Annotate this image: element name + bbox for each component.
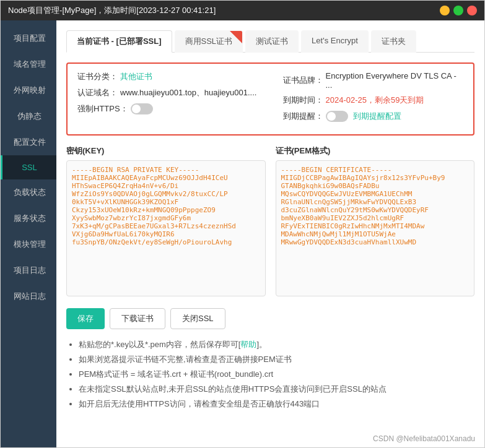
cert-brand-label: 证书品牌： bbox=[283, 75, 323, 86]
sidebar: 项目配置 域名管理 外网映射 伪静态 配置文件 SSL 负载状态 服务状态 模块… bbox=[1, 20, 56, 447]
save-button[interactable]: 保存 bbox=[66, 308, 105, 329]
ribbon-badge bbox=[230, 31, 242, 43]
note-item-5: 如开启后无法使用HTTPS访问，请检查安全组是否正确放行443端口 bbox=[79, 398, 474, 410]
cert-domain-label: 认证域名： bbox=[77, 87, 118, 98]
cert-category-value[interactable]: 其他证书 bbox=[120, 71, 152, 82]
cert-info-left: 证书分类： 其他证书 认证域名： www.huajieyu001.top、hua… bbox=[77, 71, 258, 127]
key-textarea[interactable]: -----BEGIN RSA PRIVATE KEY----- MIIEpAIB… bbox=[66, 160, 266, 296]
note-2-text: 如果浏览器提示证书链不完整,请检查是否正确拼接PEM证书 bbox=[79, 355, 292, 364]
tabs-bar: 当前证书 - [已部署SSL] 商用SSL证书 测试证书 Let's Encry… bbox=[66, 30, 474, 53]
sidebar-item-domain-mgmt[interactable]: 域名管理 bbox=[1, 51, 56, 77]
key-area: 密钥(KEY) -----BEGIN RSA PRIVATE KEY----- … bbox=[66, 145, 266, 298]
main-content: 当前证书 - [已部署SSL] 商用SSL证书 测试证书 Let's Encry… bbox=[56, 20, 484, 447]
action-buttons: 保存 下载证书 关闭SSL bbox=[66, 308, 474, 329]
title-bar: Node项目管理-[MyPage]，添加时间[2023-12-27 00:41:… bbox=[1, 1, 484, 20]
sidebar-item-service-status[interactable]: 服务状态 bbox=[1, 205, 56, 231]
tab-lets-encrypt[interactable]: Let's Encrypt bbox=[301, 30, 369, 53]
cert-category-row: 证书分类： 其他证书 bbox=[77, 71, 258, 82]
key-pem-section: 密钥(KEY) -----BEGIN RSA PRIVATE KEY----- … bbox=[66, 145, 474, 298]
sidebar-item-mock-static[interactable]: 伪静态 bbox=[1, 103, 56, 129]
cert-info-box: 证书分类： 其他证书 认证域名： www.huajieyu001.top、hua… bbox=[66, 62, 474, 136]
cert-https-row: 强制HTTPS： bbox=[77, 103, 258, 114]
tab-current-cert[interactable]: 当前证书 - [已部署SSL] bbox=[66, 30, 172, 53]
content-area: 项目配置 域名管理 外网映射 伪静态 配置文件 SSL 负载状态 服务状态 模块… bbox=[1, 20, 484, 447]
tab-test-cert[interactable]: 测试证书 bbox=[245, 30, 299, 53]
note-3-text: PEM格式证书 = 域名证书.crt + 根证书(root_bundle).cr… bbox=[79, 369, 273, 379]
sidebar-item-external-map[interactable]: 外网映射 bbox=[1, 77, 56, 103]
note-5-text: 如开启后无法使用HTTPS访问，请检查安全组是否正确放行443端口 bbox=[79, 399, 320, 408]
cert-remind-row: 到期提醒： 到期提醒配置 bbox=[283, 111, 464, 122]
help-link[interactable]: 帮助 bbox=[240, 340, 256, 349]
maximize-button[interactable]: □ bbox=[453, 6, 463, 15]
tab-commercial-ssl-label: 商用SSL证书 bbox=[185, 37, 233, 46]
pem-section-title: 证书(PEM格式) bbox=[276, 145, 475, 157]
note-item-2: 如果浏览器提示证书链不完整,请检查是否正确拼接PEM证书 bbox=[79, 354, 474, 365]
sidebar-item-load-status[interactable]: 负载状态 bbox=[1, 179, 56, 205]
https-toggle[interactable] bbox=[131, 103, 153, 114]
pem-area: 证书(PEM格式) -----BEGIN CERTIFICATE----- MI… bbox=[276, 145, 475, 298]
cert-https-label: 强制HTTPS： bbox=[77, 103, 128, 114]
cert-brand-value: Encryption Everywhere DV TLS CA - ... bbox=[326, 71, 464, 90]
cert-domain-value: www.huajieyu001.top、huajieyu001.... bbox=[120, 87, 256, 98]
pem-textarea[interactable]: -----BEGIN CERTIFICATE----- MIIGDjCCBPag… bbox=[276, 160, 475, 296]
note-1-text: 粘贴您的*.key以及*.pem内容，然后保存即可[帮助]。 bbox=[79, 340, 267, 349]
cert-remind-label: 到期提醒： bbox=[283, 111, 323, 122]
cert-expire-value: 2024-02-25，剩余59天到期 bbox=[326, 95, 424, 106]
notes-list: 粘贴您的*.key以及*.pem内容，然后保存即可[帮助]。 如果浏览器提示证书… bbox=[66, 339, 474, 410]
minimize-button[interactable]: − bbox=[440, 6, 450, 15]
sidebar-item-project-log[interactable]: 项目日志 bbox=[1, 257, 56, 283]
note-item-3: PEM格式证书 = 域名证书.crt + 根证书(root_bundle).cr… bbox=[79, 369, 474, 380]
watermark: CSDN @Nefelibata001Xanadu bbox=[373, 434, 475, 443]
note-item-1: 粘贴您的*.key以及*.pem内容，然后保存即可[帮助]。 bbox=[79, 339, 474, 350]
download-cert-button[interactable]: 下载证书 bbox=[110, 308, 165, 329]
close-button[interactable]: × bbox=[467, 6, 477, 15]
remind-toggle[interactable] bbox=[326, 111, 348, 122]
sidebar-item-module-mgmt[interactable]: 模块管理 bbox=[1, 231, 56, 257]
cert-expire-row: 到期时间： 2024-02-25，剩余59天到期 bbox=[283, 95, 464, 106]
window-title: Node项目管理-[MyPage]，添加时间[2023-12-27 00:41:… bbox=[8, 5, 216, 16]
sidebar-item-config-file[interactable]: 配置文件 bbox=[1, 129, 56, 155]
note-item-4: 在未指定SSL默认站点时,未开启SSL的站点使用HTTPS会直接访问到已开启SS… bbox=[79, 384, 474, 395]
cert-category-label: 证书分类： bbox=[77, 71, 118, 82]
cert-remind-config[interactable]: 到期提醒配置 bbox=[353, 111, 401, 122]
window-controls: − □ × bbox=[440, 6, 477, 15]
sidebar-item-site-log[interactable]: 网站日志 bbox=[1, 283, 56, 309]
tab-commercial-ssl[interactable]: 商用SSL证书 bbox=[175, 30, 243, 53]
cert-expire-label: 到期时间： bbox=[283, 95, 323, 106]
close-ssl-button[interactable]: 关闭SSL bbox=[170, 308, 225, 329]
cert-brand-row: 证书品牌： Encryption Everywhere DV TLS CA - … bbox=[283, 71, 464, 90]
main-window: Node项目管理-[MyPage]，添加时间[2023-12-27 00:41:… bbox=[0, 0, 485, 448]
key-section-title: 密钥(KEY) bbox=[66, 145, 266, 157]
sidebar-item-project-config[interactable]: 项目配置 bbox=[1, 25, 56, 51]
sidebar-item-ssl[interactable]: SSL bbox=[1, 155, 56, 179]
tab-cert-folder[interactable]: 证书夹 bbox=[371, 30, 416, 53]
cert-info-right: 证书品牌： Encryption Everywhere DV TLS CA - … bbox=[283, 71, 464, 127]
note-4-text: 在未指定SSL默认站点时,未开启SSL的站点使用HTTPS会直接访问到已开启SS… bbox=[79, 384, 387, 394]
cert-domain-row: 认证域名： www.huajieyu001.top、huajieyu001...… bbox=[77, 87, 258, 98]
